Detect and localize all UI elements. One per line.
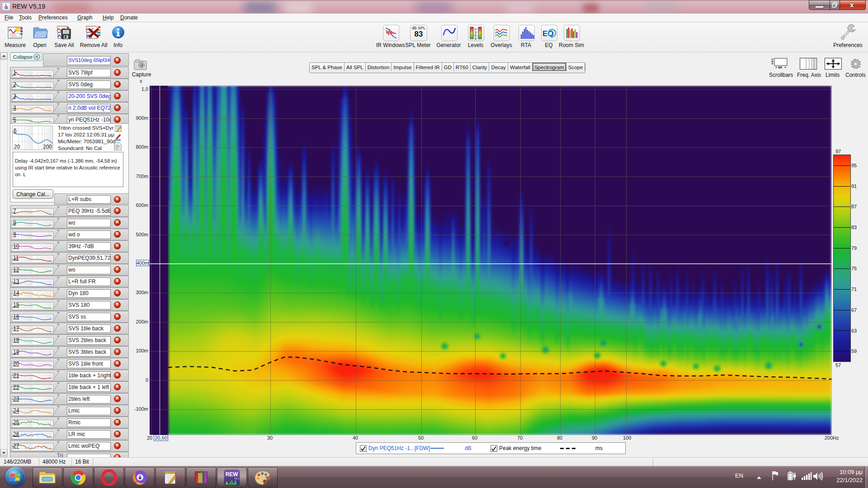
svg-text:REW: REW — [226, 471, 238, 478]
svg-text:V5.1: V5.1 — [234, 477, 239, 480]
svg-text:9: 9 — [475, 37, 477, 41]
